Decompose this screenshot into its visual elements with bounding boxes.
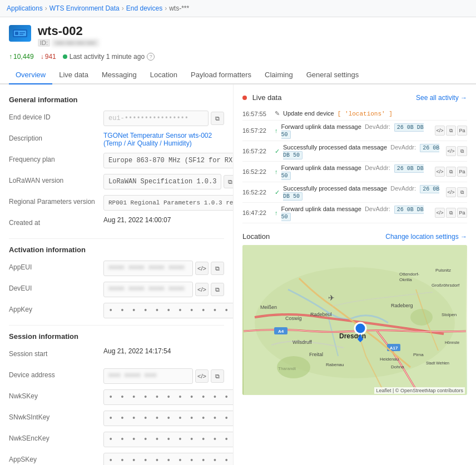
breadcrumb-end-devices[interactable]: End devices (126, 4, 162, 12)
description-value: TGONet Temperatur Sensor wts-002 (Temp /… (103, 132, 224, 147)
main-content: General information End device ID eui-••… (0, 84, 476, 465)
live-entry-time: 16:52:22 (242, 189, 271, 196)
end-device-id-input[interactable]: eui-•••••••••••••••• (103, 111, 209, 126)
live-entry-time: 16:52:22 (242, 168, 271, 175)
copy-device-address-button[interactable]: ⧉ (211, 369, 224, 383)
toggle-device-address-button[interactable]: </> (195, 369, 209, 383)
breadcrumb-applications[interactable]: Applications (7, 4, 43, 12)
stats-bar: ↑ 10,449 ↓ 941 Last activity 1 minute ag… (0, 51, 476, 66)
copy-entry-button[interactable]: ⧉ (457, 187, 467, 197)
toggle-app-eui-button[interactable]: </> (195, 262, 209, 275)
live-data-title: Live data (252, 93, 282, 102)
dev-addr-badge: 26 0B DB 50 (283, 185, 439, 201)
device-id-label: ID: (38, 39, 50, 47)
svg-text:Freital: Freital (309, 352, 323, 357)
live-entry-actions: </> ⧉ (446, 187, 467, 197)
copy-app-eui-button[interactable]: ⧉ (211, 262, 224, 275)
live-entry-desc: Forward uplink data message DevAddr: 26 … (281, 123, 432, 138)
right-panel: Live data See all activity → 16:57:55 ✎ … (234, 84, 476, 465)
tab-live-data[interactable]: Live data (52, 66, 95, 84)
app-eui-label: AppEUI (9, 261, 103, 271)
map-container[interactable]: A4 A17 Meißen Co (242, 245, 467, 395)
code-view-button[interactable]: </> (446, 146, 456, 156)
app-key-field: • • • • • • • • • • • • • • • • ⧉ 👁 (103, 303, 234, 318)
app-eui-field: •••• •••• •••• •••• </> ⧉ (103, 261, 224, 276)
svg-text:Pirna: Pirna (413, 352, 424, 357)
more-entry-button[interactable]: Pa (457, 208, 467, 218)
device-address-row: Device address ••• •••• ••• </> ⧉ (9, 368, 224, 384)
svg-point-33 (355, 323, 366, 334)
nwk-skey-input[interactable]: • • • • • • • • • • • • • • • • (103, 389, 234, 405)
copy-entry-button[interactable]: ⧉ (446, 208, 456, 218)
tab-payload-formatters[interactable]: Payload formatters (184, 66, 258, 84)
code-view-button[interactable]: </> (446, 187, 456, 197)
divider-2 (9, 325, 224, 326)
svg-rect-4 (19, 34, 23, 35)
breadcrumb-wts-env[interactable]: WTS Environment Data (49, 4, 120, 12)
dev-eui-input[interactable]: •••• •••• •••• •••• (103, 282, 193, 297)
svg-text:✈: ✈ (328, 293, 335, 302)
breadcrumb-sep-1: › (45, 4, 47, 12)
lorawan-field: LoRaWAN Specification 1.0.3 ⧉ (103, 174, 234, 189)
more-entry-button[interactable]: Pa (457, 167, 467, 177)
svg-text:Heidenau: Heidenau (380, 357, 399, 362)
list-item: 16:57:55 ✎ Update end device [ 'location… (242, 107, 467, 121)
app-eui-input[interactable]: •••• •••• •••• •••• (103, 261, 193, 276)
snwk-sint-key-input[interactable]: • • • • • • • • • • • • • • • • (103, 411, 234, 426)
copy-entry-button[interactable]: ⧉ (446, 167, 456, 177)
copy-lorawan-button[interactable]: ⧉ (224, 175, 234, 188)
dev-eui-row: DevEUI •••• •••• •••• •••• </> ⧉ (9, 282, 224, 297)
app-key-input[interactable]: • • • • • • • • • • • • • • • • (103, 303, 234, 318)
activation-info-title: Activation information (9, 246, 224, 254)
copy-entry-button[interactable]: ⧉ (457, 146, 467, 156)
tab-claiming[interactable]: Claiming (258, 66, 300, 84)
freq-plan-row: Frequency plan Europe 863-870 MHz (SF12 … (9, 153, 224, 168)
svg-text:A4: A4 (278, 329, 284, 334)
dev-eui-label: DevEUI (9, 282, 103, 292)
svg-text:Wilsdruff: Wilsdruff (292, 339, 312, 345)
live-entry-desc: Forward uplink data message DevAddr: 26 … (281, 164, 432, 179)
code-view-button[interactable]: </> (435, 167, 445, 177)
tab-overview[interactable]: Overview (9, 66, 52, 84)
live-data-list: 16:57:55 ✎ Update end device [ 'location… (242, 107, 467, 223)
device-id-row: ID: •••• •••• •••• •••• (38, 39, 99, 46)
end-device-id-row: End device ID eui-•••••••••••••••• ⧉ (9, 111, 224, 126)
tab-location[interactable]: Location (143, 66, 184, 84)
regional-params-label: Regional Parameters version (9, 195, 103, 206)
device-address-label: Device address (9, 368, 103, 379)
breadcrumb-current: wts-*** (169, 4, 189, 12)
list-item: 16:47:22 ↑ Forward uplink data message D… (242, 203, 467, 223)
tab-messaging[interactable]: Messaging (95, 66, 143, 84)
lorawan-row: LoRaWAN version LoRaWAN Specification 1.… (9, 174, 224, 189)
svg-text:Großröhrsdorf: Großröhrsdorf (432, 283, 460, 288)
activity-info-icon[interactable]: ? (147, 53, 155, 61)
app-skey-input[interactable]: • • • • • • • • • • • • • • • • (103, 453, 234, 465)
toggle-dev-eui-button[interactable]: </> (195, 283, 209, 296)
live-entry-time: 16:57:22 (242, 148, 271, 154)
live-entry-time: 16:57:22 (242, 127, 271, 134)
copy-end-device-id-button[interactable]: ⧉ (211, 112, 224, 125)
svg-rect-2 (15, 32, 18, 35)
nwk-senc-key-input[interactable]: • • • • • • • • • • • • • • • • (103, 432, 234, 447)
change-location-link[interactable]: Change location settings → (385, 233, 467, 241)
tab-general-settings[interactable]: General settings (300, 66, 366, 84)
copy-entry-button[interactable]: ⧉ (446, 126, 456, 136)
device-address-input[interactable]: ••• •••• ••• (103, 368, 193, 384)
copy-dev-eui-button[interactable]: ⧉ (211, 283, 224, 296)
see-all-activity-link[interactable]: See all activity → (416, 94, 467, 102)
live-entry-desc: Update end device [ 'locations' ] (283, 110, 467, 117)
description-label: Description (9, 132, 103, 142)
live-entry-desc: Successfully processed data message DevA… (283, 144, 443, 158)
live-entry-time: 16:57:55 (242, 111, 271, 117)
nwk-skey-row: NwkSKey • • • • • • • • • • • • • • • • … (9, 389, 224, 405)
live-entry-actions: </> ⧉ (446, 146, 467, 156)
session-start-row: Session start Aug 21, 2022 14:17:54 (9, 347, 224, 363)
more-entry-button[interactable]: Pa (457, 126, 467, 136)
uplink-icon: ↑ (275, 168, 278, 175)
app-skey-label: AppSKey (9, 453, 103, 463)
nwk-skey-label: NwkSKey (9, 389, 103, 400)
code-view-button[interactable]: </> (435, 208, 445, 218)
live-entry-actions: </> ⧉ Pa (435, 126, 467, 136)
svg-text:Meißen: Meißen (260, 304, 277, 310)
code-view-button[interactable]: </> (435, 126, 445, 136)
